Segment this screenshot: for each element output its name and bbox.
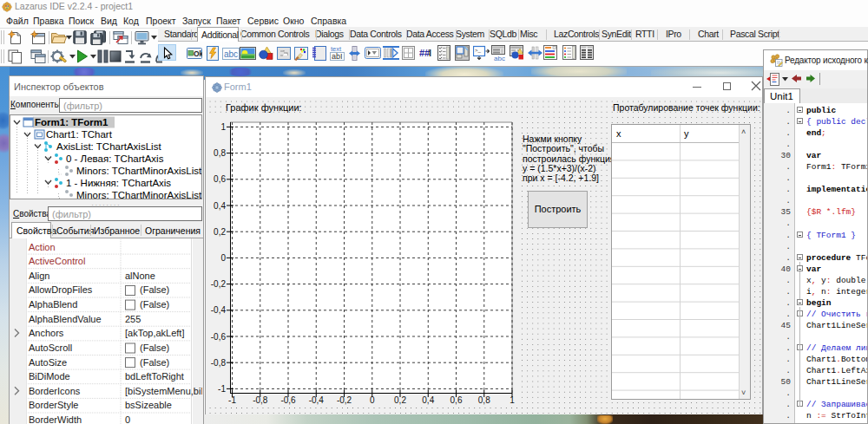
svg-text:BorderIcons: BorderIcons bbox=[29, 386, 81, 396]
svg-text:bsSizeable: bsSizeable bbox=[125, 400, 172, 410]
svg-text:0 - Левая: TChartAxis: 0 - Левая: TChartAxis bbox=[66, 153, 164, 164]
svg-text:AlphaBlendValue: AlphaBlendValue bbox=[29, 314, 102, 324]
svg-text:Ok: Ok bbox=[194, 49, 202, 58]
svg-text:1: 1 bbox=[220, 122, 226, 132]
svg-text:I: I bbox=[429, 48, 431, 58]
svg-text:-0,4: -0,4 bbox=[211, 305, 227, 315]
svg-text:0,2: 0,2 bbox=[394, 395, 406, 405]
svg-text:0,8: 0,8 bbox=[214, 148, 226, 158]
svg-text:>_: >_ bbox=[475, 48, 482, 53]
svg-text:-0,2: -0,2 bbox=[337, 395, 352, 405]
svg-text:abI: abI bbox=[332, 52, 343, 61]
svg-text:0: 0 bbox=[125, 414, 130, 424]
svg-text:Form1: TForm1: Form1: TForm1 bbox=[35, 117, 108, 127]
svg-text:-0,8: -0,8 bbox=[211, 358, 227, 368]
svg-text:BorderWidth: BorderWidth bbox=[29, 414, 82, 424]
svg-text:0,4: 0,4 bbox=[214, 201, 226, 211]
svg-text:x: x bbox=[616, 128, 621, 139]
svg-text:-0,6: -0,6 bbox=[211, 332, 227, 342]
svg-text:(False): (False) bbox=[140, 284, 169, 295]
svg-text:0: 0 bbox=[370, 395, 375, 405]
svg-text:[akTop,akLeft]: [akTop,akLeft] bbox=[125, 328, 185, 338]
svg-text:BiDiMode: BiDiMode bbox=[29, 371, 70, 382]
svg-text:0,4: 0,4 bbox=[422, 395, 434, 405]
svg-text:255: 255 bbox=[125, 314, 141, 324]
svg-text:AutoSize: AutoSize bbox=[29, 357, 67, 368]
svg-text:abc: abc bbox=[224, 49, 238, 59]
svg-text:-0,4: -0,4 bbox=[309, 395, 325, 405]
svg-text:Chart1: TChart: Chart1: TChart bbox=[46, 129, 113, 140]
svg-text:-1: -1 bbox=[228, 395, 236, 405]
svg-text:˄: ˄ bbox=[741, 127, 746, 136]
svg-text:AutoScroll: AutoScroll bbox=[29, 342, 72, 353]
svg-text:AxisList: TChartAxisList: AxisList: TChartAxisList bbox=[56, 141, 161, 152]
svg-text:y: y bbox=[684, 128, 689, 139]
svg-text:0: 0 bbox=[220, 253, 226, 263]
svg-text:-0,6: -0,6 bbox=[280, 395, 296, 405]
svg-text:[biSystemMenu,biMini: [biSystemMenu,biMini bbox=[125, 386, 202, 396]
svg-text:˅: ˅ bbox=[741, 388, 746, 397]
svg-text:1: 1 bbox=[510, 395, 515, 405]
svg-text:Anchors: Anchors bbox=[29, 328, 64, 338]
svg-text:ActiveControl: ActiveControl bbox=[29, 256, 85, 266]
svg-text:0,6: 0,6 bbox=[450, 395, 463, 405]
svg-text:AlphaBlend: AlphaBlend bbox=[29, 299, 77, 310]
svg-text:-0,8: -0,8 bbox=[253, 395, 268, 405]
svg-text:(False): (False) bbox=[140, 299, 169, 310]
svg-text:Minors: TChartMinorAxisList: Minors: TChartMinorAxisList bbox=[76, 166, 201, 176]
svg-text:-0,2: -0,2 bbox=[211, 279, 227, 289]
svg-text:(False): (False) bbox=[140, 357, 169, 368]
svg-text:alNone: alNone bbox=[125, 271, 155, 281]
svg-text:Minors: TChartMinorAxisList: Minors: TChartMinorAxisList bbox=[76, 190, 201, 199]
svg-text:bdLeftToRight: bdLeftToRight bbox=[125, 371, 184, 382]
svg-text:1 - Нижняя: TChartAxis: 1 - Нижняя: TChartAxis bbox=[66, 178, 171, 188]
svg-text:abc: abc bbox=[494, 55, 505, 62]
svg-text:(False): (False) bbox=[140, 342, 169, 353]
svg-text:0,2: 0,2 bbox=[214, 227, 226, 237]
svg-text:BorderStyle: BorderStyle bbox=[29, 400, 78, 410]
svg-text:0,6: 0,6 bbox=[214, 174, 226, 184]
svg-text:0,8: 0,8 bbox=[478, 395, 490, 405]
svg-text:AllowDropFiles: AllowDropFiles bbox=[29, 284, 93, 295]
svg-text:Action: Action bbox=[29, 242, 56, 252]
svg-text:-1: -1 bbox=[218, 384, 226, 394]
svg-text:Align: Align bbox=[29, 271, 49, 281]
